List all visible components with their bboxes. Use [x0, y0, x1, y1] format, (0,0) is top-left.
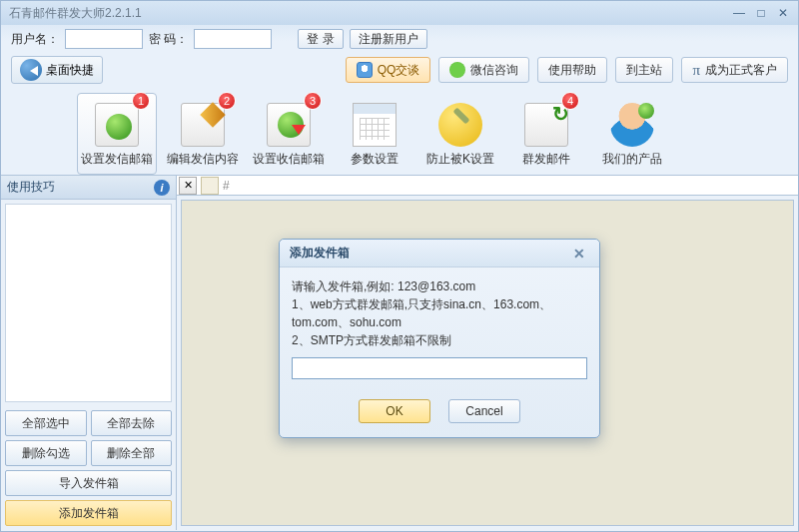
desktop-shortcut-label: 桌面快捷	[46, 62, 94, 79]
dialog-buttons: OK Cancel	[280, 389, 599, 437]
envelope-edit-icon	[181, 103, 225, 147]
badge: 4	[561, 92, 579, 110]
delete-all-button[interactable]: 删除全部	[91, 440, 173, 466]
wrench-icon	[438, 103, 482, 147]
ribbon-params[interactable]: 参数设置	[335, 93, 414, 175]
register-button[interactable]: 注册新用户	[350, 29, 427, 49]
help-button[interactable]: 使用帮助	[537, 57, 607, 83]
user-icon	[610, 103, 654, 147]
password-input[interactable]	[194, 29, 272, 49]
select-all-button[interactable]: 全部选中	[5, 410, 87, 436]
maximize-button[interactable]: □	[754, 6, 768, 20]
left-header: 使用技巧 i	[1, 176, 176, 200]
tab-close-icon[interactable]: ✕	[179, 177, 197, 195]
dialog-text-1: 请输入发件箱,例如: 123@163.com	[292, 277, 587, 295]
add-sender-dialog: 添加发件箱 ✕ 请输入发件箱,例如: 123@163.com 1、web方式群发…	[279, 239, 600, 438]
desktop-shortcut-button[interactable]: 桌面快捷	[11, 56, 103, 84]
username-label: 用户名：	[11, 31, 59, 48]
dialog-titlebar: 添加发件箱 ✕	[280, 240, 599, 267]
deselect-all-button[interactable]: 全部去除	[91, 410, 173, 436]
ribbon-edit-content[interactable]: 2 编辑发信内容	[163, 93, 243, 175]
sender-email-input[interactable]	[292, 357, 587, 379]
cancel-button[interactable]: Cancel	[448, 399, 520, 423]
envelope-globe-icon	[95, 103, 139, 147]
dialog-body: 请输入发件箱,例如: 123@163.com 1、web方式群发邮箱,只支持si…	[280, 267, 599, 389]
tab-item[interactable]	[201, 177, 219, 195]
envelope-send-icon	[524, 103, 568, 147]
window-controls: — □ ✕	[732, 6, 790, 20]
tab-hash: #	[219, 179, 234, 193]
calendar-icon	[353, 103, 397, 147]
titlebar: 石青邮件群发大师2.2.1.1 — □ ✕	[1, 1, 798, 25]
pi-icon: π	[692, 62, 700, 79]
info-icon[interactable]: i	[154, 180, 170, 196]
dialog-title: 添加发件箱	[290, 245, 350, 262]
sender-list[interactable]	[5, 204, 172, 402]
window-title: 石青邮件群发大师2.2.1.1	[9, 5, 142, 22]
dialog-close-icon[interactable]: ✕	[573, 246, 589, 262]
password-label: 密 码：	[149, 31, 188, 48]
ribbon-set-sender[interactable]: 1 设置发信邮箱	[77, 93, 157, 175]
wechat-consult-button[interactable]: 微信咨询	[438, 57, 529, 83]
badge: 2	[218, 92, 236, 110]
envelope-receive-icon	[267, 103, 311, 147]
login-button[interactable]: 登 录	[298, 29, 343, 49]
qq-icon	[357, 62, 373, 78]
qq-chat-button[interactable]: QQ交谈	[346, 57, 431, 83]
username-input[interactable]	[65, 29, 143, 49]
ribbon: 1 设置发信邮箱 2 编辑发信内容 3 设置收信邮箱 参数设置 防止被K设置 4…	[1, 87, 798, 175]
dialog-text-3: 2、SMTP方式群发邮箱不限制	[292, 331, 587, 349]
back-arrow-icon	[20, 59, 42, 81]
left-buttons: 全部选中 全部去除 删除勾选 删除全部 导入发件箱 添加发件箱	[1, 406, 176, 530]
ok-button[interactable]: OK	[359, 399, 430, 423]
login-row: 用户名： 密 码： 登 录 注册新用户	[1, 25, 798, 53]
left-panel: 使用技巧 i 全部选中 全部去除 删除勾选 删除全部 导入发件箱 添加发件箱	[1, 176, 177, 530]
ribbon-set-receiver[interactable]: 3 设置收信邮箱	[249, 93, 329, 175]
tab-row: ✕ #	[177, 176, 798, 196]
ribbon-anti-k[interactable]: 防止被K设置	[420, 93, 500, 175]
add-sender-button[interactable]: 添加发件箱	[5, 500, 172, 526]
delete-checked-button[interactable]: 删除勾选	[5, 440, 87, 466]
import-sender-button[interactable]: 导入发件箱	[5, 470, 172, 496]
close-button[interactable]: ✕	[776, 6, 790, 20]
home-button[interactable]: 到主站	[615, 57, 673, 83]
upgrade-button[interactable]: π 成为正式客户	[681, 57, 788, 83]
wechat-icon	[449, 62, 465, 78]
badge: 3	[304, 92, 322, 110]
tips-label: 使用技巧	[7, 179, 55, 196]
dialog-text-2: 1、web方式群发邮箱,只支持sina.cn、163.com、tom.com、s…	[292, 295, 587, 331]
minimize-button[interactable]: —	[732, 6, 746, 20]
ribbon-products[interactable]: 我们的产品	[592, 93, 672, 175]
badge: 1	[132, 92, 150, 110]
app-window: 石青邮件群发大师2.2.1.1 — □ ✕ 用户名： 密 码： 登 录 注册新用…	[0, 0, 799, 532]
secondary-toolbar: 桌面快捷 QQ交谈 微信咨询 使用帮助 到主站 π 成为正式客户	[1, 53, 798, 87]
ribbon-send-bulk[interactable]: 4 群发邮件	[506, 93, 586, 175]
